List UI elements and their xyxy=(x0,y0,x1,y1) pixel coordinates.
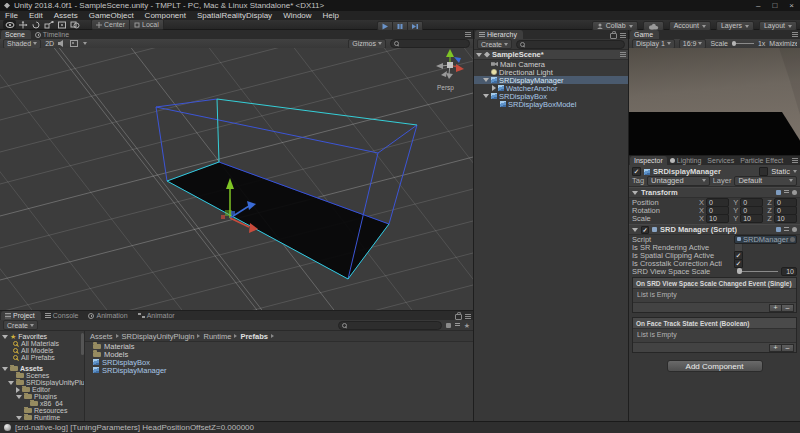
add-component-button[interactable]: Add Component xyxy=(667,360,763,372)
hierarchy-item-watcheranchor[interactable]: WatcherAnchor xyxy=(474,84,628,92)
transform-component-header[interactable]: Transform xyxy=(629,187,800,198)
tab-animation[interactable]: Animation xyxy=(84,311,133,320)
layer-dropdown[interactable]: Default xyxy=(734,176,797,186)
pivot-mode-button[interactable]: Center xyxy=(91,19,130,30)
minimize-button[interactable]: – xyxy=(756,0,760,11)
panel-menu-icon[interactable] xyxy=(792,158,798,163)
menu-assets[interactable]: Assets xyxy=(54,11,78,20)
tree-item-scenes[interactable]: Scenes xyxy=(0,372,84,379)
asset-item-materials[interactable]: Materials xyxy=(85,342,473,350)
script-object-field[interactable]: SRDManager xyxy=(734,235,797,244)
favorites-filter-icon[interactable]: ★ xyxy=(464,322,470,329)
gear-icon[interactable] xyxy=(792,227,797,232)
tree-item-all-materials[interactable]: All Materials xyxy=(0,340,84,347)
rect-tool-button[interactable] xyxy=(55,20,68,29)
foldout-open-icon[interactable] xyxy=(16,395,22,399)
scale-slider[interactable] xyxy=(732,43,754,44)
foldout-closed-icon[interactable] xyxy=(16,387,20,393)
tag-dropdown[interactable]: Untagged xyxy=(647,176,710,186)
active-checkbox[interactable]: ✓ xyxy=(632,167,641,176)
panel-menu-icon[interactable] xyxy=(792,32,798,37)
is-crosstalk-correction-active-checkbox[interactable]: ✓ xyxy=(734,259,743,268)
help-icon[interactable] xyxy=(776,190,781,195)
scale-x-field[interactable]: 10 xyxy=(706,214,729,223)
tab-scene[interactable]: Scene xyxy=(1,30,31,39)
hierarchy-search-input[interactable] xyxy=(516,40,625,49)
scene-options-icon[interactable] xyxy=(620,52,626,57)
hierarchy-scene-header[interactable]: SampleScene* xyxy=(474,50,628,60)
preset-icon[interactable] xyxy=(784,227,789,232)
tree-item-resources[interactable]: Resources xyxy=(0,407,84,414)
srd-manager-component-header[interactable]: ✓ SRD Manager (Script) xyxy=(629,224,800,235)
panel-menu-icon[interactable] xyxy=(620,33,626,38)
project-create-dropdown[interactable]: Create xyxy=(3,320,38,330)
persp-label[interactable]: Persp xyxy=(437,84,454,92)
project-search-input[interactable] xyxy=(338,321,442,330)
tab-game[interactable]: Game xyxy=(630,30,659,39)
effects-toggle-icon[interactable] xyxy=(70,40,79,47)
menu-spatialrealitydisplay[interactable]: SpatialRealityDisplay xyxy=(197,11,272,20)
remove-event-button[interactable]: – xyxy=(781,344,794,352)
remove-event-button[interactable]: – xyxy=(781,304,794,312)
menu-edit[interactable]: Edit xyxy=(29,11,43,20)
pivot-rotation-button[interactable]: Local xyxy=(130,19,164,30)
2d-toggle-button[interactable]: 2D xyxy=(45,40,54,47)
hierarchy-item-srdisplayboxmodel[interactable]: SRDisplayBoxModel xyxy=(474,100,628,108)
foldout-open-icon[interactable] xyxy=(2,367,8,371)
tree-item-srdisplayunityplugin[interactable]: SRDisplayUnityPlugin xyxy=(0,379,84,386)
search-by-label-icon[interactable] xyxy=(455,323,460,328)
tab-particle-effect[interactable]: Particle Effect xyxy=(737,156,786,165)
tab-services[interactable]: Services xyxy=(704,156,737,165)
view-space-scale-field[interactable]: 10 xyxy=(781,267,797,276)
audio-toggle-icon[interactable] xyxy=(58,40,66,47)
rotate-tool-button[interactable] xyxy=(29,20,42,29)
gameobject-name-field[interactable]: SRDisplayManager xyxy=(653,167,756,176)
maximize-button[interactable]: □ xyxy=(772,0,777,11)
view-space-scale-slider[interactable] xyxy=(737,271,778,272)
foldout-closed-icon[interactable] xyxy=(492,85,496,91)
menu-file[interactable]: File xyxy=(5,11,18,20)
menu-help[interactable]: Help xyxy=(323,11,339,20)
tree-item-all-prefabs[interactable]: All Prefabs xyxy=(0,354,84,361)
slider-handle[interactable] xyxy=(732,41,736,46)
foldout-open-icon[interactable] xyxy=(8,381,14,385)
scene-viewport[interactable]: Persp xyxy=(0,48,473,310)
close-button[interactable]: × xyxy=(789,0,794,11)
gear-icon[interactable] xyxy=(792,190,797,195)
search-by-type-icon[interactable] xyxy=(446,323,451,328)
tree-item-favorites[interactable]: ★ Favorites xyxy=(0,333,84,340)
breadcrumb-assets[interactable]: Assets xyxy=(90,332,113,341)
tab-timeline[interactable]: Timeline xyxy=(31,30,75,39)
tab-lighting[interactable]: Lighting xyxy=(667,156,705,165)
foldout-open-icon[interactable] xyxy=(483,78,489,82)
move-tool-button[interactable] xyxy=(16,20,29,29)
static-checkbox[interactable] xyxy=(759,167,768,176)
scale-tool-button[interactable] xyxy=(42,20,55,29)
lock-icon[interactable] xyxy=(610,33,617,39)
panel-menu-icon[interactable] xyxy=(465,314,471,319)
tab-hierarchy[interactable]: Hierarchy xyxy=(475,30,523,39)
tab-console[interactable]: Console xyxy=(41,311,85,320)
tree-item-runtime[interactable]: Runtime xyxy=(0,414,84,421)
tab-animator[interactable]: Animator xyxy=(134,311,181,320)
tree-item-plugins[interactable]: Plugins xyxy=(0,393,84,400)
hierarchy-create-dropdown[interactable]: Create xyxy=(477,39,512,49)
preset-icon[interactable] xyxy=(784,190,789,195)
breadcrumb-prefabs[interactable]: Prefabs xyxy=(240,332,268,341)
tree-item-editor[interactable]: Editor xyxy=(0,386,84,393)
slider-handle[interactable] xyxy=(737,268,742,274)
breadcrumb-srdisplayunityplugin[interactable]: SRDisplayUnityPlugin xyxy=(122,332,195,341)
status-bar[interactable]: [srd-native-log] [TuningParameters] Head… xyxy=(0,421,800,433)
object-picker-icon[interactable] xyxy=(790,237,795,242)
chevron-down-icon[interactable] xyxy=(83,42,87,45)
menu-window[interactable]: Window xyxy=(283,11,311,20)
foldout-open-icon[interactable] xyxy=(483,94,489,98)
scene-search-input[interactable] xyxy=(390,39,470,48)
lock-icon[interactable] xyxy=(455,314,462,320)
scale-y-field[interactable]: 10 xyxy=(740,214,763,223)
tab-project[interactable]: Project xyxy=(1,311,41,320)
tab-inspector[interactable]: Inspector xyxy=(630,156,667,165)
foldout-open-icon[interactable] xyxy=(476,53,482,57)
breadcrumb-runtime[interactable]: Runtime xyxy=(203,332,231,341)
component-enabled-checkbox[interactable]: ✓ xyxy=(641,226,649,234)
